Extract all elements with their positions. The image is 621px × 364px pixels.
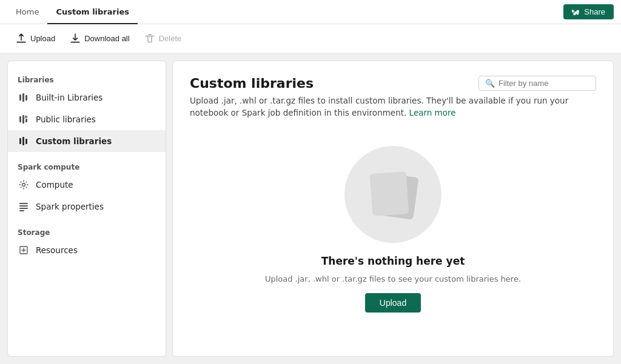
sidebar-item-resources-label: Resources: [36, 245, 78, 255]
sidebar-item-custom[interactable]: Custom libraries: [8, 130, 166, 152]
svg-rect-3: [19, 116, 21, 122]
svg-rect-13: [19, 208, 28, 209]
nav-tabs: Home Custom libraries: [7, 0, 138, 24]
sidebar-section-libraries: Libraries: [8, 71, 166, 87]
upload-label: Upload: [30, 34, 55, 43]
tab-custom-libraries[interactable]: Custom libraries: [47, 1, 138, 24]
sidebar-item-public[interactable]: Public libraries: [8, 108, 166, 130]
svg-rect-12: [19, 205, 28, 207]
sidebar-section-storage: Storage: [8, 223, 166, 239]
svg-point-6: [24, 115, 28, 119]
delete-button[interactable]: Delete: [138, 30, 188, 47]
download-all-button[interactable]: Download all: [64, 30, 135, 47]
page-title: Custom libraries: [190, 76, 314, 91]
resources-icon: [18, 244, 30, 256]
toolbar: Upload Download all Delete: [0, 24, 621, 53]
svg-rect-0: [19, 94, 21, 101]
sidebar-item-spark-props-label: Spark properties: [36, 202, 104, 211]
upload-button[interactable]: Upload: [10, 30, 61, 47]
paper-stack: [369, 170, 417, 219]
empty-state-description: Upload .jar, .whl or .tar.gz files to se…: [265, 274, 521, 283]
share-button[interactable]: Share: [563, 4, 614, 19]
empty-state: There's nothing here yet Upload .jar, .w…: [190, 129, 596, 342]
sidebar-item-built-in[interactable]: Built-in Libraries: [8, 87, 166, 108]
share-icon: [572, 8, 580, 16]
filter-search-icon: 🔍: [485, 79, 495, 88]
built-in-icon: [18, 91, 30, 104]
sidebar-item-resources[interactable]: Resources: [8, 239, 166, 261]
empty-state-title: There's nothing here yet: [321, 255, 465, 267]
paper-front: [370, 171, 409, 216]
sidebar-item-built-in-label: Built-in Libraries: [36, 93, 102, 102]
svg-rect-7: [19, 138, 21, 144]
content-header: Custom libraries 🔍: [190, 76, 596, 91]
share-label: Share: [584, 7, 605, 16]
main-wrapper: Libraries Built-in Libraries P: [0, 53, 621, 364]
top-nav: Home Custom libraries Share: [0, 0, 621, 24]
svg-rect-14: [19, 210, 24, 211]
gear-icon: [18, 179, 30, 191]
sidebar-item-compute-label: Compute: [36, 180, 73, 190]
tab-home[interactable]: Home: [7, 1, 47, 24]
empty-illustration: [344, 146, 441, 243]
download-all-label: Download all: [84, 34, 129, 43]
sidebar-item-compute[interactable]: Compute: [8, 174, 166, 196]
sidebar-item-custom-label: Custom libraries: [36, 136, 112, 146]
svg-rect-4: [22, 115, 24, 124]
svg-rect-9: [25, 139, 27, 144]
upload-icon: [16, 33, 27, 44]
svg-rect-11: [19, 203, 28, 204]
svg-rect-8: [22, 137, 24, 145]
download-icon: [70, 33, 81, 44]
sidebar: Libraries Built-in Libraries P: [7, 61, 166, 357]
custom-icon: [18, 135, 30, 147]
sidebar-item-spark-properties[interactable]: Spark properties: [8, 196, 166, 217]
empty-state-upload-button[interactable]: Upload: [365, 293, 421, 313]
public-icon: [18, 113, 30, 125]
svg-rect-1: [22, 93, 24, 102]
sidebar-item-public-label: Public libraries: [36, 114, 96, 124]
svg-point-10: [22, 184, 25, 187]
delete-icon: [144, 33, 155, 44]
delete-label: Delete: [159, 34, 182, 43]
svg-rect-2: [25, 95, 27, 101]
content-description: Upload .jar, .whl or .tar.gz files to in…: [190, 94, 596, 119]
learn-more-link[interactable]: Learn more: [409, 108, 456, 117]
content-area: Custom libraries 🔍 Upload .jar, .whl or …: [172, 61, 614, 357]
sidebar-section-spark: Spark compute: [8, 158, 166, 174]
spark-icon: [18, 200, 30, 213]
filter-input-wrapper[interactable]: 🔍: [478, 76, 596, 91]
filter-input[interactable]: [498, 79, 589, 88]
